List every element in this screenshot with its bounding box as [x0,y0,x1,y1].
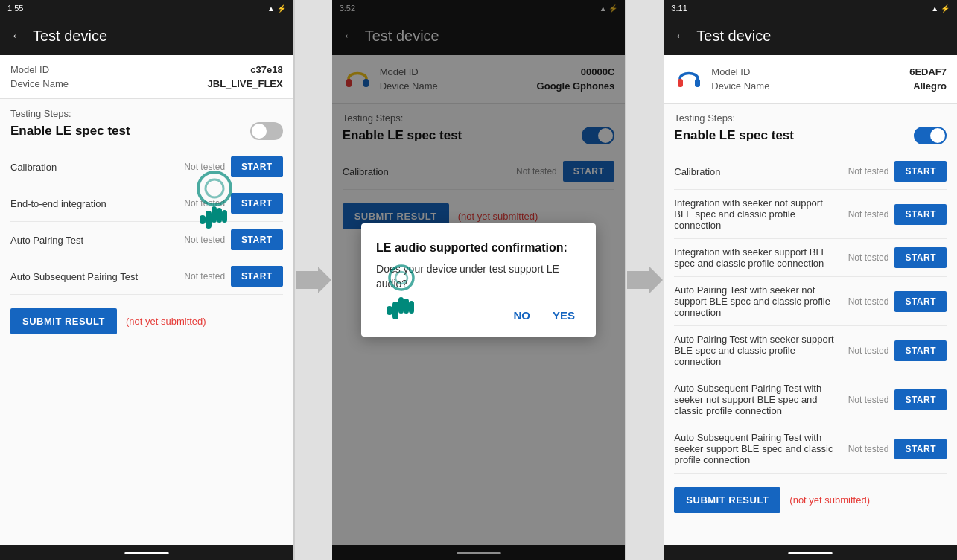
nav-bar [664,545,957,560]
dialog-yes-button[interactable]: YES [547,306,581,325]
test-row: Auto Subsequent Pairing TestNot testedST… [10,258,283,295]
svg-marker-7 [296,267,331,293]
enable-le-row: Enable LE spec test [10,122,283,140]
device-name-label: Device Name [711,80,769,92]
submit-row: SUBMIT RESULT(not yet submitted) [674,484,947,513]
start-button[interactable]: START [231,229,283,250]
enable-le-label: Enable LE spec test [674,128,794,143]
phone-panel-3: 3:11 ▲ ⚡ ← Test device Model ID 6EDAF7 D… [664,0,957,560]
dialog-buttons: NOYES [376,306,581,325]
test-status: Not tested [177,271,225,281]
nav-home-indicator [124,552,169,554]
testing-steps-label: Testing Steps: [10,108,283,119]
test-row: Integration with seeker not support BLE … [674,190,947,239]
start-button[interactable]: START [231,193,283,214]
status-time: 3:11 [671,4,687,13]
test-status: Not tested [840,395,888,405]
test-status: Not tested [177,198,225,209]
device-name-value: Allegro [913,80,947,92]
device-name-label: Device Name [10,78,69,89]
nav-bar [0,545,293,560]
status-icons: ▲ ⚡ [267,4,286,13]
test-row: Auto Pairing Test with seeker support BL… [674,326,947,375]
test-status: Not tested [177,235,225,245]
le-spec-toggle[interactable] [250,122,283,140]
le-spec-toggle[interactable] [914,127,947,144]
flow-arrow [295,0,332,560]
submit-row: SUBMIT RESULT(not yet submitted) [10,305,283,334]
test-row-label: Auto Subsequent Pairing Test with seeker… [674,383,840,416]
phone-panel-2: 3:52 ▲ ⚡ ← Test device Model ID 00000C D… [332,0,627,560]
dialog-no-button[interactable]: NO [507,306,536,325]
start-button[interactable]: START [894,439,947,459]
model-id-value: c37e18 [250,64,282,75]
test-status: Not tested [840,346,888,356]
start-button[interactable]: START [894,161,947,182]
test-row: Auto Subsequent Pairing Test with seeker… [674,375,947,424]
test-row: Auto Pairing Test with seeker not suppor… [674,277,947,326]
content-area: Testing Steps:Enable LE spec testCalibra… [664,104,957,545]
device-card: Model ID 6EDAF7 Device Name Allegro [664,55,957,104]
app-bar-title: Test device [33,28,107,45]
test-row-label: End-to-end integration [10,198,177,209]
model-id-value: 6EDAF7 [909,66,947,77]
start-button[interactable]: START [894,291,947,312]
device-info: Model ID 6EDAF7 Device Name Allegro [711,65,947,93]
test-row: Integration with seeker support BLE spec… [674,239,947,277]
test-status: Not tested [840,209,888,220]
test-row: End-to-end integrationNot testedSTART [10,185,283,222]
le-audio-dialog: LE audio supported confirmation:Does you… [361,223,596,337]
enable-le-row: Enable LE spec test [674,127,947,144]
test-row: CalibrationNot testedSTART [674,153,947,190]
dialog-title: LE audio supported confirmation: [376,241,581,255]
app-bar-title: Test device [696,28,771,45]
device-name-row: Device Name Allegro [711,79,947,93]
phone-panel-1: 1:55 ▲ ⚡ ← Test device Model ID c37e18 D… [0,0,295,560]
test-status: Not tested [840,444,888,454]
model-id-label: Model ID [711,66,750,77]
start-button[interactable]: START [894,340,947,361]
svg-marker-17 [627,267,663,293]
not-submitted-label: (not yet submitted) [789,494,870,506]
test-row-label: Auto Subsequent Pairing Test with seeker… [674,432,840,465]
test-row-label: Calibration [674,166,840,177]
testing-steps-label: Testing Steps: [674,112,947,124]
device-card: Model ID c37e18 Device Name JBL_LIVE_FLE… [0,55,293,99]
submit-result-button[interactable]: SUBMIT RESULT [10,308,117,334]
status-icons: ▲ ⚡ [931,4,950,13]
status-bar: 3:11 ▲ ⚡ [664,0,957,16]
device-info: Model ID c37e18 Device Name JBL_LIVE_FLE… [10,63,283,91]
svg-rect-19 [695,79,700,87]
device-name-row: Device Name JBL_LIVE_FLEX [10,77,283,91]
start-button[interactable]: START [231,266,283,287]
nav-home-indicator [788,552,833,554]
test-status: Not tested [177,162,225,172]
test-status: Not tested [840,252,888,263]
not-submitted-label: (not yet submitted) [126,316,206,327]
submit-result-button[interactable]: SUBMIT RESULT [674,487,780,513]
dialog-body: Does your device under test support LE a… [376,262,581,291]
test-status: Not tested [840,296,888,307]
test-row-label: Auto Pairing Test with seeker support BL… [674,334,840,367]
test-row: Auto Subsequent Pairing Test with seeker… [674,424,947,474]
test-row-label: Integration with seeker support BLE spec… [674,246,840,269]
start-button[interactable]: START [231,156,283,177]
test-row: Auto Pairing TestNot testedSTART [10,222,283,258]
flow-arrow [626,0,664,560]
enable-le-label: Enable LE spec test [10,124,130,139]
test-row-label: Auto Pairing Test [10,235,177,246]
test-row-label: Auto Subsequent Pairing Test [10,271,177,282]
start-button[interactable]: START [894,389,947,410]
status-bar: 1:55 ▲ ⚡ [0,0,293,16]
content-area: Testing Steps:Enable LE spec testCalibra… [0,99,293,545]
model-id-row: Model ID c37e18 [10,63,283,77]
start-button[interactable]: START [894,247,947,268]
dialog-overlay: LE audio supported confirmation:Does you… [332,0,626,560]
device-name-value: JBL_LIVE_FLEX [208,78,283,89]
model-id-label: Model ID [10,64,49,75]
test-row-label: Auto Pairing Test with seeker not suppor… [674,284,840,318]
start-button[interactable]: START [894,204,947,225]
test-status: Not tested [840,166,888,176]
back-button[interactable]: ← [10,28,24,44]
back-button[interactable]: ← [674,28,687,44]
